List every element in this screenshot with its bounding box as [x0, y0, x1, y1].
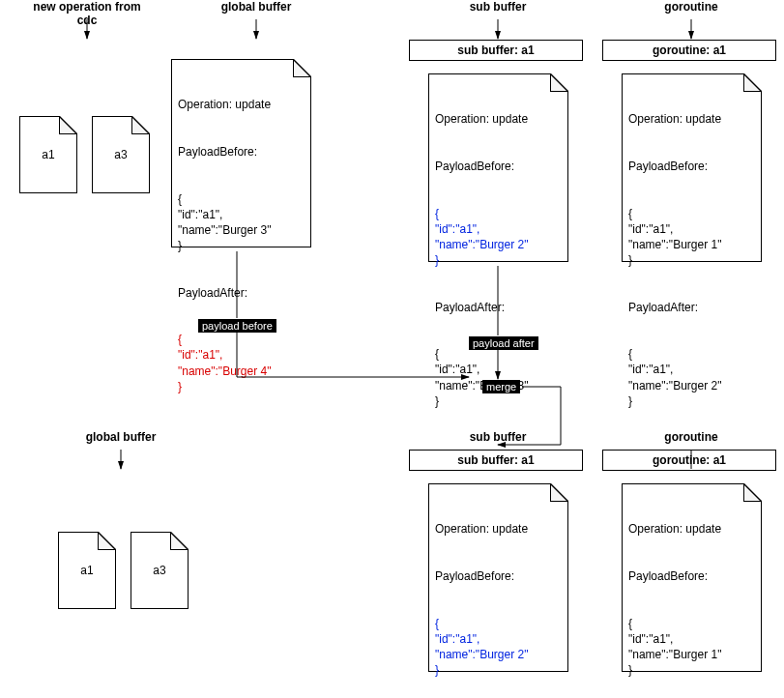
- text-pa-body: { "id":"a1", "name":"Burger 3" }: [435, 346, 562, 409]
- text-pb-label: PayloadBefore:: [628, 568, 755, 584]
- note-sub-buffer-top: Operation: update PayloadBefore: { "id":…: [428, 73, 568, 262]
- label-a1: a1: [42, 148, 54, 161]
- tab-goroutine-bot: goroutine: a1: [602, 450, 776, 471]
- text-pb-body: { "id":"a1", "name":"Burger 3" }: [178, 191, 305, 254]
- heading-new-operation: new operation from cdc: [24, 0, 150, 27]
- text-pb-label: PayloadBefore:: [435, 159, 562, 174]
- fold-icon: [743, 74, 761, 92]
- heading-sub-buffer-bot: sub buffer: [445, 430, 551, 444]
- small-note-a1-bot: a1: [58, 532, 116, 609]
- heading-goroutine-bot: goroutine: [638, 430, 744, 444]
- text-op: Operation: update: [435, 111, 562, 127]
- text-pb-body: { "id":"a1", "name":"Burger 2" }: [435, 206, 562, 269]
- small-note-a3-top: a3: [92, 116, 150, 193]
- small-note-a1-top: a1: [19, 116, 77, 193]
- heading-sub-buffer: sub buffer: [445, 0, 551, 14]
- fold-icon: [98, 533, 115, 550]
- text-pb-label: PayloadBefore:: [628, 159, 755, 174]
- text-pa-body: { "id":"a1", "name":"Burger 2" }: [628, 346, 755, 409]
- heading-goroutine: goroutine: [638, 0, 744, 14]
- tab-sub-buffer-bot: sub buffer: a1: [409, 450, 583, 471]
- fold-icon: [743, 484, 761, 502]
- text-pa-label: PayloadAfter:: [178, 285, 305, 301]
- fold-icon: [131, 117, 149, 134]
- fold-icon: [550, 74, 567, 92]
- text-pa-label: PayloadAfter:: [628, 300, 755, 315]
- small-note-a3-bot: a3: [131, 532, 189, 609]
- text-pb-body: { "id":"a1", "name":"Burger 2" }: [435, 616, 562, 679]
- heading-global-buffer-bot: global buffer: [58, 430, 184, 444]
- text-pa-body: { "id":"a1", "name":"Burger 4" }: [178, 332, 305, 394]
- label-payload-after: payload after: [469, 336, 538, 350]
- fold-icon: [59, 117, 76, 134]
- text-pb-label: PayloadBefore:: [435, 568, 562, 584]
- heading-global-buffer: global buffer: [189, 0, 324, 14]
- tab-goroutine-top: goroutine: a1: [602, 40, 776, 61]
- text-op: Operation: update: [628, 521, 755, 537]
- label-merge: merge: [482, 380, 520, 393]
- label-a1: a1: [80, 564, 93, 577]
- text-op: Operation: update: [628, 111, 755, 127]
- fold-icon: [170, 533, 188, 550]
- label-a3: a3: [114, 148, 127, 161]
- label-payload-before: payload before: [198, 319, 276, 333]
- text-pa-label: PayloadAfter:: [435, 300, 562, 315]
- note-sub-buffer-bot: Operation: update PayloadBefore: { "id":…: [428, 483, 568, 672]
- fold-icon: [550, 484, 567, 502]
- note-goroutine-top: Operation: update PayloadBefore: { "id":…: [622, 73, 762, 262]
- note-new-operation: Operation: update PayloadBefore: { "id":…: [171, 59, 311, 247]
- fold-icon: [293, 60, 310, 77]
- note-goroutine-bot: Operation: update PayloadBefore: { "id":…: [622, 483, 762, 672]
- text-pb-label: PayloadBefore:: [178, 144, 305, 160]
- tab-sub-buffer-top: sub buffer: a1: [409, 40, 583, 61]
- text-op: Operation: update: [435, 521, 562, 537]
- text-op: Operation: update: [178, 97, 305, 112]
- text-pb-body: { "id":"a1", "name":"Burger 1" }: [628, 206, 755, 269]
- text-pb-body: { "id":"a1", "name":"Burger 1" }: [628, 616, 755, 679]
- label-a3: a3: [153, 564, 165, 577]
